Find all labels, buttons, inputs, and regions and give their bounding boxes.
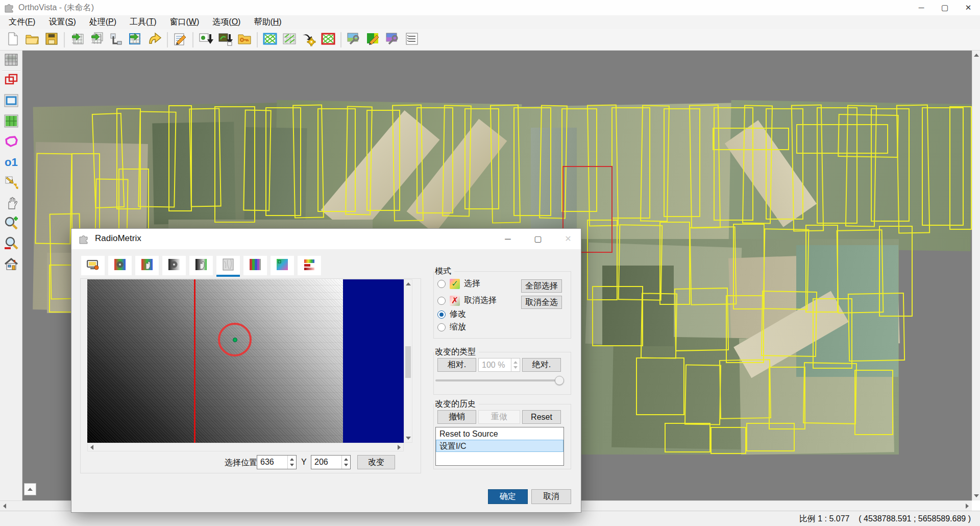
image-footprint[interactable] [769,367,805,429]
slider-track[interactable] [435,379,564,381]
menu-item-s[interactable]: 设置(S) [42,16,82,29]
scroll-up-icon[interactable] [404,280,412,288]
export-grid-button[interactable] [126,31,145,49]
absolute-button[interactable]: 绝对. [522,358,561,372]
redo-button[interactable]: 重做 [478,410,520,424]
radio-icon[interactable] [437,280,446,288]
image-footprint[interactable] [838,114,898,158]
menu-item-h[interactable]: 帮助(H) [247,16,288,29]
save-button[interactable] [42,31,61,49]
sidebar-pan[interactable] [2,195,20,213]
open-button[interactable] [22,31,42,49]
reset-button[interactable]: Reset [522,410,561,424]
image-footprint[interactable] [592,286,643,346]
sidebar-zoom-fit[interactable] [2,256,20,274]
seam-grid-button[interactable] [280,31,299,49]
dialog-tab-3[interactable] [135,256,159,275]
import-images-button[interactable] [87,31,106,49]
save-shape-button[interactable] [215,31,235,49]
radio-icon[interactable] [437,297,446,305]
image-footprint[interactable] [710,427,746,454]
scroll-down-icon[interactable] [972,491,980,500]
scroll-right-icon[interactable] [395,443,403,451]
sidebar-mosaic-view[interactable] [2,52,20,70]
image-adjust-button[interactable] [383,31,402,49]
canvas-horizontal-scrollbar[interactable] [87,443,404,451]
relative-button[interactable]: 相对. [437,358,476,372]
mode-option-1[interactable]: ✓选择 [437,278,480,289]
image-footprint[interactable] [746,423,795,451]
dialog-tab-9[interactable] [298,256,321,275]
menu-item-o[interactable]: 选项(O) [206,16,247,29]
image-footprint[interactable] [674,288,729,351]
history-list-item-2[interactable]: 设置I/C [436,440,564,452]
amount-slider[interactable] [435,376,564,385]
radiometry-canvas[interactable] [87,279,404,443]
image-footprint[interactable] [684,364,721,425]
history-list[interactable]: Reset to Source设置I/C [435,427,564,466]
image-footprint[interactable] [854,370,893,435]
cancel-button[interactable]: 取消 [531,489,571,504]
menu-item-w[interactable]: 窗口(W) [163,16,206,29]
sidebar-zoom-in[interactable] [2,215,20,233]
sidebar-zoom-out[interactable] [2,235,20,254]
import-image-button[interactable] [67,31,87,49]
image-footprint[interactable] [636,357,684,415]
dialog-tab-7[interactable] [243,256,267,275]
fit-view-button[interactable] [24,483,36,495]
image-tools-button[interactable] [344,31,363,49]
mode-option-4[interactable]: 缩放 [437,322,466,332]
close-button[interactable]: ✕ [957,0,980,15]
dialog-tab-4[interactable] [162,256,186,275]
map-vertical-scrollbar[interactable] [972,51,980,500]
keys-folder-button[interactable] [235,31,254,49]
sidebar-selection-rect[interactable] [2,92,20,111]
menu-item-f[interactable]: 文件(F) [2,16,42,29]
dialog-maximize-button[interactable]: ▢ [526,229,550,249]
scroll-up-icon[interactable] [972,51,980,60]
image-footprint[interactable] [49,265,72,313]
image-footprint[interactable] [713,128,789,150]
scroll-down-icon[interactable] [404,434,412,442]
image-footprint[interactable] [803,362,857,424]
image-footprint[interactable] [719,359,771,419]
dialog-tab-1[interactable] [81,256,105,275]
image-footprint[interactable] [665,423,710,452]
sidebar-snap-corner[interactable] [2,174,20,193]
sidebar-ortho-1[interactable]: o1 [2,154,20,172]
gradient-image[interactable] [87,279,343,443]
scroll-left-icon[interactable] [88,443,96,451]
undo-button[interactable]: 撤销 [437,410,476,424]
minimize-button[interactable]: ─ [910,0,933,15]
seam-view-button[interactable] [260,31,280,49]
slider-handle[interactable] [555,376,564,385]
edit-project-button[interactable] [170,31,190,49]
scroll-right-icon[interactable] [963,501,972,511]
image-footprint[interactable] [761,291,817,357]
radio-icon[interactable] [437,310,446,319]
percent-input[interactable]: 100 % [478,358,520,372]
report-list-button[interactable] [402,31,422,49]
dialog-minimize-button[interactable]: ─ [496,229,520,249]
export-button[interactable] [145,31,164,49]
scroll-thumb[interactable] [405,346,411,378]
ok-button[interactable]: 确定 [488,489,528,504]
menu-item-t[interactable]: 工具(T) [123,16,163,29]
mode-option-2[interactable]: ✗取消选择 [437,295,497,306]
position-y-input[interactable]: 206 [311,455,351,469]
seam-edit-button[interactable] [318,31,338,49]
sidebar-tile-grid[interactable] [2,113,20,131]
run-process-button[interactable] [299,31,318,49]
image-footprint[interactable] [168,105,192,211]
dialog-tab-5[interactable] [189,256,213,275]
history-list-item-1[interactable]: Reset to Source [436,427,564,440]
sidebar-polygon[interactable] [2,133,20,152]
select-all-button[interactable]: 全部选择 [521,279,562,293]
image-footprint[interactable] [813,298,852,369]
add-reference-button[interactable] [106,31,126,49]
image-footprint[interactable] [726,295,764,363]
sidebar-footprints[interactable] [2,72,20,90]
change-button[interactable]: 改变 [357,455,395,469]
new-button[interactable] [3,31,22,49]
image-footprint[interactable] [641,293,677,358]
